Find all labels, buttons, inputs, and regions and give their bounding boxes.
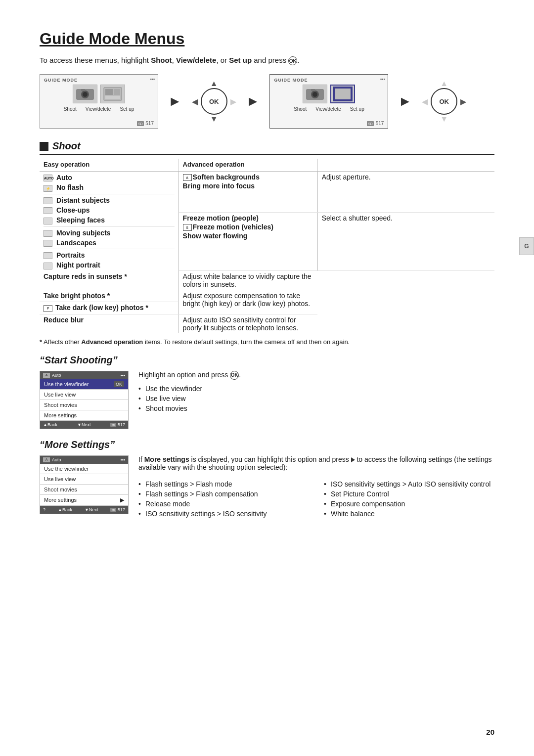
desc-cell-2: Select a shutter speed. bbox=[317, 212, 494, 270]
triangle-right-icon bbox=[351, 457, 355, 462]
svg-text:SD: SD bbox=[112, 424, 115, 427]
menu-auto-icon: A bbox=[43, 373, 50, 378]
adv-bring-focus: Bring more into focus bbox=[183, 182, 255, 190]
more-settings-bullets: Flash settings > Flash mode Flash settin… bbox=[138, 475, 494, 523]
bullet-auto-iso: ISO sensitivity settings > Auto ISO sens… bbox=[324, 479, 494, 489]
bullet-liveview: Use live view bbox=[138, 394, 494, 403]
svg-rect-6 bbox=[114, 89, 120, 95]
svg-rect-3 bbox=[81, 89, 85, 91]
footer-next-1: ▼Next bbox=[77, 422, 90, 427]
svg-text:SD: SD bbox=[112, 509, 115, 512]
guide-mode-label-1: GUIDE MODE bbox=[44, 78, 78, 83]
night-icon bbox=[44, 263, 52, 269]
menu-item-moresettings-2[interactable]: More settings ▶ bbox=[40, 495, 128, 506]
closeup-icon bbox=[44, 207, 52, 214]
menu-item-movies[interactable]: Shoot movies bbox=[40, 400, 128, 410]
easy-item-portrait: Portraits bbox=[56, 251, 85, 259]
battery-icon-2: ▪▪▪ bbox=[380, 77, 385, 82]
more-settings-col1: Flash settings > Flash mode Flash settin… bbox=[138, 475, 309, 523]
svg-point-12 bbox=[312, 92, 317, 97]
ok-button-1[interactable]: OK bbox=[201, 88, 227, 115]
footer-back-1: ▲Back bbox=[43, 422, 57, 427]
adv-bright: Take bright photos * bbox=[44, 292, 110, 300]
bullet-flash-mode: Flash settings > Flash mode bbox=[138, 479, 309, 489]
start-shooting-section: A Auto ▪▪▪ Use the viewfinder OK Use liv… bbox=[40, 371, 494, 429]
bullet-flash-comp: Flash settings > Flash compensation bbox=[138, 489, 309, 499]
menu-item-moresettings-1[interactable]: More settings bbox=[40, 410, 128, 421]
photo-thumb-2 bbox=[330, 85, 355, 103]
photo-thumb-1 bbox=[100, 85, 125, 103]
adv-cell-5: P Take dark (low key) photos * bbox=[40, 302, 178, 314]
adv-icon-2: S bbox=[183, 224, 192, 231]
camera-icons-2 bbox=[303, 85, 355, 103]
menu-item-liveview[interactable]: Use live view bbox=[40, 390, 128, 400]
easy-item-distant: Distant subjects bbox=[56, 196, 110, 204]
table-row: Take bright photos * Adjust exposure com… bbox=[40, 290, 494, 302]
intro-text: To access these menus, highlight Shoot, … bbox=[40, 56, 494, 65]
menu-auto-icon-2: A bbox=[43, 457, 50, 462]
auto-icon: AUTO bbox=[44, 175, 52, 181]
adv-icon-3: P bbox=[44, 305, 52, 312]
battery-icon-1: ▪▪▪ bbox=[150, 77, 155, 82]
camera-icons-1 bbox=[73, 85, 125, 103]
col-easy-header: Easy operation bbox=[40, 159, 178, 172]
frame-count-2: SD 517 bbox=[367, 121, 384, 126]
landscape-icon bbox=[44, 240, 52, 247]
desc-cell-4: Adjust exposure compensation to take bri… bbox=[178, 290, 317, 314]
adv-capture-reds: Capture reds in sunsets * bbox=[44, 272, 127, 280]
distant-icon bbox=[44, 197, 52, 204]
footer-next-2: ▼Next bbox=[85, 507, 98, 512]
table-row: Capture reds in sunsets * Adjust white b… bbox=[40, 271, 494, 290]
more-settings-list-2: ISO sensitivity settings > Auto ISO sens… bbox=[324, 479, 494, 519]
more-settings-col2: ISO sensitivity settings > Auto ISO sens… bbox=[324, 475, 494, 523]
menu-item-movies-2[interactable]: Shoot movies bbox=[40, 485, 128, 495]
easy-item-night: Night portrait bbox=[56, 261, 100, 269]
camera-tabs-2: Shoot View/delete Set up bbox=[294, 106, 364, 112]
easy-item-closeup: Close-ups bbox=[56, 206, 90, 214]
arrow-icon-2: ► bbox=[246, 93, 260, 109]
svg-rect-5 bbox=[105, 89, 113, 95]
menu-battery-1: ▪▪▪ bbox=[120, 373, 125, 378]
page-number: 20 bbox=[486, 728, 494, 736]
svg-rect-7 bbox=[105, 96, 120, 99]
adv-dark: Take dark (low key) photos * bbox=[55, 304, 148, 311]
adv-reduce-blur: Reduce blur bbox=[44, 316, 84, 324]
menu-item-liveview-2[interactable]: Use live view bbox=[40, 474, 128, 485]
adv-freeze-people: Freeze motion (people) bbox=[183, 214, 259, 222]
ok-button-2[interactable]: OK bbox=[431, 88, 457, 115]
start-shooting-content: Highlight an option and press OK. Use th… bbox=[138, 371, 494, 417]
footnote: * Affects other Advanced operation items… bbox=[40, 338, 494, 346]
svg-point-2 bbox=[83, 92, 88, 97]
adv-cell-3: Capture reds in sunsets * bbox=[40, 271, 178, 290]
easy-item-auto: Auto bbox=[56, 174, 72, 181]
menu-header-label-1: Auto bbox=[52, 373, 61, 378]
sleeping-icon bbox=[44, 218, 52, 224]
camera-thumb-2 bbox=[303, 85, 327, 103]
easy-item-noflash: No flash bbox=[56, 183, 84, 191]
more-settings-intro: If More settings is displayed, you can h… bbox=[138, 455, 494, 471]
moving-icon bbox=[44, 230, 52, 237]
desc-cell-1: Adjust aperture. bbox=[317, 172, 494, 213]
menu-item-viewfinder[interactable]: Use the viewfinder OK bbox=[40, 379, 128, 390]
shoot-table: Easy operation Advanced operation AUTO A… bbox=[40, 159, 494, 333]
start-shooting-bullets: Use the viewfinder Use live view Shoot m… bbox=[138, 384, 494, 413]
menu-item-viewfinder-2[interactable]: Use the viewfinder bbox=[40, 464, 128, 474]
bullet-movies: Shoot movies bbox=[138, 403, 494, 413]
arrow-icon-3: ► bbox=[398, 93, 412, 109]
bullet-picture-control: Set Picture Control bbox=[324, 489, 494, 499]
camera-diagram-row: GUIDE MODE ▪▪▪ Shoot View/delete Set up … bbox=[40, 74, 494, 129]
frame-count-1: SD 517 bbox=[137, 121, 154, 126]
bullet-exposure: Exposure compensation bbox=[324, 499, 494, 509]
easy-item-sleeping: Sleeping faces bbox=[56, 216, 105, 224]
shoot-section-header: Shoot bbox=[40, 140, 494, 155]
page-title: Guide Mode Menus bbox=[40, 30, 494, 48]
desc-cell-6: Adjust auto ISO sensitivity control for … bbox=[178, 314, 317, 333]
col-desc-header bbox=[317, 159, 494, 172]
more-settings-title: “More Settings” bbox=[40, 439, 494, 450]
arrow-icon-1: ► bbox=[168, 93, 182, 109]
start-shooting-menu: A Auto ▪▪▪ Use the viewfinder OK Use liv… bbox=[40, 371, 129, 429]
adv-freeze-vehicles: Freeze motion (vehicles) bbox=[193, 223, 273, 231]
camera-tabs-1: Shoot View/delete Set up bbox=[64, 106, 134, 112]
noflash-icon: ⚡ bbox=[44, 185, 52, 192]
start-shooting-title: “Start Shooting” bbox=[40, 355, 494, 366]
